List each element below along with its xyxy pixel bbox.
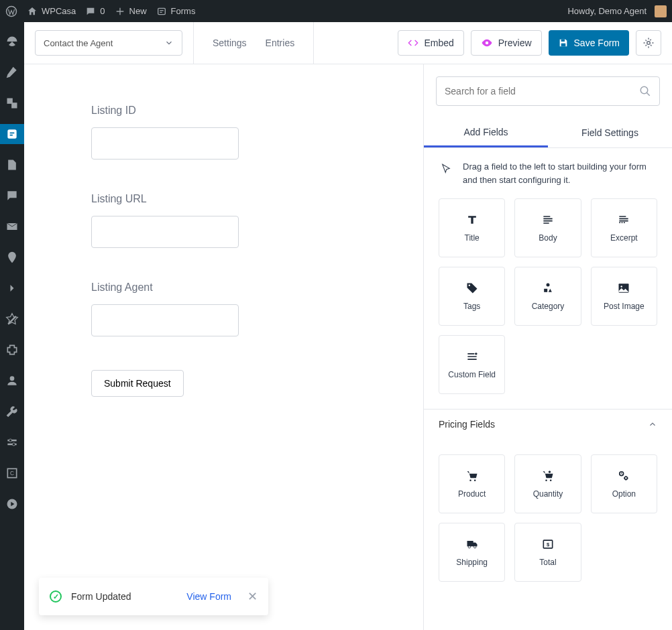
field-card-excerpt[interactable]: Excerpt bbox=[591, 198, 657, 257]
field-card-label: Custom Field bbox=[448, 370, 496, 379]
chevron-up-icon bbox=[648, 420, 657, 429]
field-card-tags[interactable]: Tags bbox=[439, 267, 505, 326]
embed-button[interactable]: Embed bbox=[398, 30, 463, 56]
menu-posts[interactable] bbox=[0, 62, 24, 82]
search-input[interactable] bbox=[445, 86, 634, 97]
submit-button[interactable]: Submit Request bbox=[91, 370, 184, 397]
save-label: Save Form bbox=[574, 38, 620, 48]
image-icon bbox=[617, 281, 630, 295]
svg-point-19 bbox=[468, 285, 470, 287]
menu-tools[interactable] bbox=[0, 401, 24, 422]
field-card-quantity[interactable]: Quantity bbox=[514, 454, 581, 513]
site-name: WPCasa bbox=[42, 6, 76, 16]
cursor-icon bbox=[440, 163, 452, 175]
field-card-option[interactable]: Option bbox=[591, 454, 657, 513]
gear-icon bbox=[642, 37, 655, 49]
field-input[interactable] bbox=[91, 127, 239, 160]
forms-link[interactable]: Forms bbox=[156, 6, 196, 17]
body-icon bbox=[541, 213, 555, 227]
excerpt-icon bbox=[617, 213, 630, 227]
svg-text:C: C bbox=[10, 470, 14, 477]
eye-icon bbox=[481, 37, 493, 49]
toast-link[interactable]: View Form bbox=[186, 591, 231, 602]
svg-point-23 bbox=[621, 286, 623, 288]
field-listing-url[interactable]: Listing URL bbox=[91, 193, 356, 248]
menu-appearance[interactable] bbox=[0, 309, 24, 329]
menu-settings[interactable] bbox=[0, 432, 24, 452]
toast-close[interactable]: ✕ bbox=[247, 589, 258, 604]
menu-media[interactable] bbox=[0, 93, 24, 113]
svg-point-14 bbox=[485, 42, 488, 45]
menu-comments[interactable] bbox=[0, 186, 24, 206]
field-listing-id[interactable]: Listing ID bbox=[91, 105, 356, 160]
product-icon bbox=[465, 469, 479, 483]
new-link[interactable]: New bbox=[115, 6, 147, 17]
save-button[interactable]: Save Form bbox=[549, 30, 629, 56]
menu-c[interactable]: C bbox=[0, 463, 24, 483]
field-card-product[interactable]: Product bbox=[439, 454, 505, 513]
svg-point-10 bbox=[12, 443, 15, 446]
menu-users[interactable] bbox=[0, 371, 24, 391]
section-pricing-fields[interactable]: Pricing Fields bbox=[424, 409, 672, 440]
menu-dashboard[interactable] bbox=[0, 32, 24, 52]
category-icon bbox=[541, 281, 555, 295]
field-card-label: Tags bbox=[463, 302, 480, 311]
tab-add-fields[interactable]: Add Fields bbox=[424, 118, 548, 147]
tab-entries[interactable]: Entries bbox=[263, 38, 298, 48]
field-card-shipping[interactable]: Shipping bbox=[439, 523, 505, 582]
preview-button[interactable]: Preview bbox=[471, 30, 542, 56]
menu-forms-active[interactable] bbox=[0, 124, 24, 144]
admin-bar: WPCasa 0 New Forms Howdy, Demo Agent bbox=[0, 0, 672, 22]
editor-toolbar: Contact the Agent Settings Entries Embed… bbox=[24, 22, 672, 64]
hint-text: Drag a field to the left to start buildi… bbox=[463, 160, 656, 186]
menu-mail[interactable] bbox=[0, 216, 24, 237]
field-card-label: Category bbox=[532, 302, 565, 311]
menu-video[interactable] bbox=[0, 494, 24, 514]
svg-point-25 bbox=[474, 479, 476, 481]
svg-point-29 bbox=[625, 477, 628, 479]
chevron-down-icon bbox=[164, 38, 174, 48]
field-card-custom-field[interactable]: Custom Field bbox=[439, 335, 505, 394]
toast-message: Form Updated bbox=[71, 591, 131, 602]
menu-plugins[interactable] bbox=[0, 340, 24, 360]
field-card-total[interactable]: $Total bbox=[514, 523, 581, 582]
svg-rect-16 bbox=[561, 44, 565, 47]
svg-rect-4 bbox=[7, 129, 16, 138]
save-icon bbox=[558, 38, 569, 48]
menu-location[interactable] bbox=[0, 247, 24, 267]
howdy-text: Howdy, Demo Agent bbox=[567, 6, 647, 16]
svg-point-6 bbox=[10, 376, 15, 381]
field-card-title[interactable]: Title bbox=[439, 198, 505, 257]
form-canvas[interactable]: Listing ID Listing URL Listing Agent Sub… bbox=[24, 64, 424, 630]
field-input[interactable] bbox=[91, 304, 239, 336]
preview-label: Preview bbox=[498, 38, 532, 48]
svg-point-18 bbox=[640, 86, 648, 94]
tab-field-settings[interactable]: Field Settings bbox=[548, 118, 672, 147]
tags-icon bbox=[465, 281, 479, 295]
form-selector[interactable]: Contact the Agent bbox=[35, 30, 182, 56]
site-link[interactable]: WPCasa bbox=[27, 6, 76, 17]
section-label: Pricing Fields bbox=[439, 419, 495, 430]
search-icon bbox=[639, 85, 651, 97]
field-search[interactable] bbox=[436, 76, 660, 106]
field-listing-agent[interactable]: Listing Agent bbox=[91, 281, 356, 336]
field-card-post-image[interactable]: Post Image bbox=[591, 267, 657, 326]
gear-button[interactable] bbox=[636, 30, 661, 56]
comments-link[interactable]: 0 bbox=[85, 6, 105, 17]
field-card-label: Excerpt bbox=[610, 233, 638, 243]
total-icon: $ bbox=[541, 538, 555, 551]
menu-collapse[interactable] bbox=[0, 278, 24, 298]
field-card-label: Product bbox=[458, 489, 486, 499]
avatar bbox=[655, 5, 667, 17]
field-card-label: Post Image bbox=[604, 302, 645, 311]
field-card-category[interactable]: Category bbox=[514, 267, 581, 326]
tab-settings[interactable]: Settings bbox=[210, 38, 249, 48]
howdy-link[interactable]: Howdy, Demo Agent bbox=[567, 5, 667, 17]
wp-logo[interactable] bbox=[5, 5, 17, 17]
field-card-label: Shipping bbox=[456, 558, 488, 567]
field-card-body[interactable]: Body bbox=[514, 198, 581, 257]
field-input[interactable] bbox=[91, 216, 239, 248]
toast-form-updated: Form Updated View Form ✕ bbox=[39, 578, 268, 615]
menu-pages[interactable] bbox=[0, 155, 24, 175]
svg-point-24 bbox=[469, 479, 471, 481]
